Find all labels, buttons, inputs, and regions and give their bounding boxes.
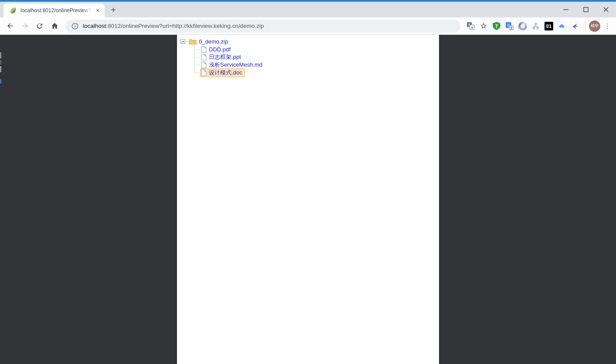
- sitemap-extension-icon[interactable]: [529, 20, 542, 33]
- file-name: DDD.pdf: [208, 46, 231, 53]
- tree-children: DDD.pdf 日志框架.ppt: [194, 45, 437, 77]
- file-link[interactable]: 浅析ServiceMesh.md: [200, 61, 265, 69]
- window-controls: [556, 2, 616, 17]
- tree-file-row: DDD.pdf: [194, 45, 437, 53]
- forward-button[interactable]: [18, 20, 31, 33]
- file-icon: [201, 61, 207, 68]
- file-icon: [201, 46, 207, 53]
- badge-01-extension-icon[interactable]: 01: [542, 20, 555, 33]
- file-name: 设计模式.doc: [208, 69, 243, 77]
- svg-text:T: T: [495, 24, 498, 28]
- file-link[interactable]: 日志框架.ppt: [200, 53, 244, 61]
- extensions-area: T G 文 01: [490, 20, 613, 33]
- shield-extension-icon[interactable]: T: [490, 20, 503, 33]
- page-actions: 文 A: [464, 20, 490, 33]
- url-text[interactable]: localhost:8012/onlinePreview?url=http://…: [83, 23, 264, 29]
- close-window-button[interactable]: [596, 2, 616, 17]
- minimize-button[interactable]: [556, 2, 576, 17]
- browser-window: localhost:8012/onlinePreview? ✕ +: [0, 0, 616, 364]
- translate-extension-icon[interactable]: G 文: [503, 20, 516, 33]
- file-tree: 0_demo.zip DDD.pdf: [180, 37, 437, 77]
- page-viewport: 0_demo.zip DDD.pdf: [0, 35, 616, 364]
- address-bar[interactable]: localhost:8012/onlinePreview?url=http://…: [65, 20, 460, 33]
- page-info-icon[interactable]: [71, 23, 78, 30]
- svg-text:A: A: [471, 26, 473, 30]
- file-name: 日志框架.ppt: [208, 53, 242, 61]
- reload-button[interactable]: [33, 20, 46, 33]
- toolbar-separator: [585, 22, 585, 30]
- proxy-swirl-extension-icon[interactable]: [516, 20, 529, 33]
- tree-file-row-selected: 设计模式.doc: [194, 69, 437, 77]
- tree-file-row: 浅析ServiceMesh.md: [194, 61, 437, 69]
- maximize-button[interactable]: [576, 2, 596, 17]
- browser-tab[interactable]: localhost:8012/onlinePreview? ✕: [3, 3, 105, 17]
- new-tab-button[interactable]: +: [107, 4, 119, 16]
- bird-extension-icon[interactable]: [568, 20, 582, 33]
- tree-file-row: 日志框架.ppt: [194, 53, 437, 61]
- tree-root-label[interactable]: 0_demo.zip: [198, 38, 229, 45]
- bookmark-star-icon[interactable]: [477, 20, 490, 33]
- tab-close-icon[interactable]: ✕: [94, 7, 101, 14]
- translate-page-icon[interactable]: 文 A: [464, 20, 477, 33]
- file-link[interactable]: DDD.pdf: [200, 45, 233, 53]
- screen-edge-artifact: [0, 35, 1, 364]
- file-link[interactable]: 设计模式.doc: [200, 68, 245, 77]
- open-folder-icon: [189, 38, 197, 45]
- svg-text:文: 文: [510, 26, 513, 30]
- zip-preview-panel: 0_demo.zip DDD.pdf: [177, 35, 439, 364]
- browser-menu-icon[interactable]: ⋮: [602, 20, 613, 33]
- browser-toolbar: localhost:8012/onlinePreview?url=http://…: [0, 17, 616, 35]
- tree-root-node: 0_demo.zip: [180, 37, 437, 45]
- url-host: localhost: [83, 23, 106, 29]
- tab-title: localhost:8012/onlinePreview?: [20, 7, 92, 13]
- cloud-extension-icon[interactable]: [555, 20, 568, 33]
- file-name: 浅析ServiceMesh.md: [208, 61, 263, 69]
- collapse-minus-icon[interactable]: [180, 39, 185, 44]
- tab-strip: localhost:8012/onlinePreview? ✕ +: [0, 2, 616, 17]
- profile-avatar[interactable]: 精华: [589, 20, 600, 32]
- file-icon: [201, 54, 207, 61]
- file-icon: [201, 69, 207, 76]
- spring-leaf-favicon: [10, 7, 17, 14]
- back-button[interactable]: [3, 20, 17, 33]
- home-button[interactable]: [48, 20, 61, 33]
- url-path: :8012/onlinePreview?url=http://kkfilevie…: [106, 23, 264, 29]
